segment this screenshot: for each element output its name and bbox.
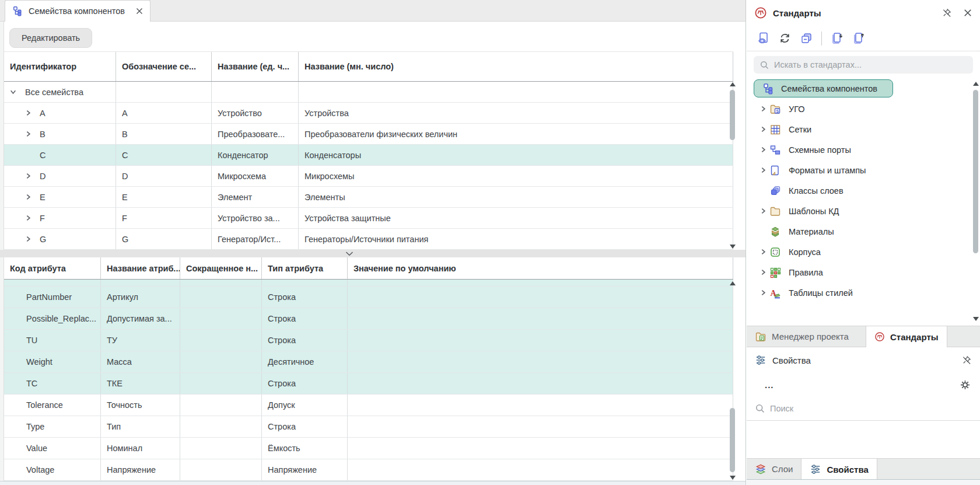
column-header[interactable]: Название атриб...: [101, 257, 180, 279]
tab-layers[interactable]: Слои: [747, 459, 802, 479]
chevron-right-icon[interactable]: [23, 131, 33, 137]
tree-item-packages[interactable]: Корпуса: [747, 242, 980, 262]
standards-search-input[interactable]: [774, 60, 967, 69]
family-id-cell: A: [4, 103, 116, 123]
tree-item-layer-classes[interactable]: Классы слоев: [747, 180, 980, 201]
column-header[interactable]: Сокращенное н...: [180, 257, 262, 279]
tree-scrollbar[interactable]: [972, 82, 979, 321]
scroll-down-arrow[interactable]: [730, 476, 736, 480]
properties-search-box[interactable]: [747, 396, 980, 421]
chevron-right-icon[interactable]: [23, 173, 33, 179]
tree-item-ugo[interactable]: S УГО: [747, 99, 980, 119]
standards-search-box[interactable]: [754, 56, 973, 74]
tree-item-kd-templates[interactable]: Шаблоны КД: [747, 201, 980, 221]
tables-splitter[interactable]: [0, 250, 746, 257]
breadcrumb[interactable]: ...: [765, 380, 954, 390]
families-scrollbar[interactable]: [729, 82, 736, 249]
attribute-row[interactable]: Value Номинал Ёмкость: [4, 438, 733, 459]
attribute-row[interactable]: TU ТУ Строка: [4, 330, 733, 351]
scrollbar-thumb[interactable]: [730, 408, 735, 472]
family-row[interactable]: A A Устройство Устройства: [4, 103, 733, 124]
close-icon[interactable]: [136, 8, 143, 15]
chevron-right-icon[interactable]: [23, 236, 33, 242]
attribute-row[interactable]: Type Тип Строка: [4, 416, 733, 438]
tree-item-formats-stamps[interactable]: Форматы и штампы: [747, 160, 980, 180]
family-name-plural: Микросхемы: [299, 166, 733, 186]
scroll-up-arrow[interactable]: [730, 82, 736, 86]
tree-item-rules[interactable]: Правила: [747, 262, 980, 282]
unpin-icon[interactable]: [942, 8, 952, 18]
tree-item-label: Схемные порты: [789, 145, 851, 155]
scroll-down-arrow[interactable]: [973, 317, 979, 321]
column-header[interactable]: Код атрибута: [4, 257, 101, 279]
standards-panel: Стандарты: [747, 0, 980, 485]
unpin-icon[interactable]: [961, 355, 972, 365]
tree-item-materials[interactable]: Материалы: [747, 221, 980, 242]
chevron-right-icon[interactable]: [758, 289, 768, 296]
family-row[interactable]: G G Генератор/Ист... Генераторы/Источник…: [4, 229, 733, 250]
tree-item-component-families[interactable]: Семейства компонентов: [754, 79, 893, 97]
family-row[interactable]: B B Преобразовате... Преобразователи физ…: [4, 124, 733, 145]
tab-standards[interactable]: Стандарты: [866, 326, 947, 347]
chevron-right-icon[interactable]: [23, 215, 33, 221]
attribute-row[interactable]: Weight Масса Десятичное: [4, 351, 733, 373]
scroll-up-arrow[interactable]: [973, 82, 979, 86]
family-id: F: [40, 214, 45, 223]
column-header[interactable]: Идентификатор: [4, 52, 116, 81]
column-header[interactable]: Тип атрибута: [262, 257, 348, 279]
attribute-default: [348, 351, 733, 372]
family-row-selected[interactable]: C C Конденсатор Конденсаторы: [4, 145, 733, 166]
tab-component-families[interactable]: Семейства компонентов: [5, 0, 150, 22]
chevron-right-icon[interactable]: [758, 126, 768, 132]
close-icon[interactable]: [964, 9, 972, 17]
scrollbar-thumb[interactable]: [973, 90, 978, 253]
family-row-root[interactable]: Все семейства: [4, 82, 733, 103]
family-id: A: [40, 109, 46, 118]
family-row[interactable]: D D Микросхема Микросхемы: [4, 166, 733, 187]
gear-icon[interactable]: [960, 379, 971, 390]
column-header[interactable]: Значение по умолчанию: [348, 257, 733, 279]
properties-search-input[interactable]: [770, 404, 971, 413]
attribute-row[interactable]: Possible_Replac... Допустимая за... Стро…: [4, 308, 733, 330]
chevron-right-icon[interactable]: [758, 249, 768, 255]
chevron-right-icon[interactable]: [758, 146, 768, 153]
attribute-code: Tolerance: [4, 395, 101, 416]
chevron-down-icon[interactable]: [8, 89, 18, 95]
edit-button[interactable]: Редактировать: [9, 28, 92, 48]
scrollbar-thumb[interactable]: [730, 90, 735, 140]
chevron-right-icon[interactable]: [758, 269, 768, 275]
tab-project-manager[interactable]: Менеджер проекта: [747, 326, 866, 347]
chevron-right-icon[interactable]: [758, 106, 768, 112]
family-row[interactable]: E E Элемент Элементы: [4, 187, 733, 208]
scroll-down-arrow[interactable]: [730, 245, 736, 249]
attribute-row[interactable]: Tolerance Точность Допуск: [4, 395, 733, 416]
scroll-up-arrow[interactable]: [730, 281, 736, 285]
tree-item-label: Материалы: [789, 227, 834, 236]
family-row[interactable]: F F Устройство за... Устройства защитные: [4, 208, 733, 229]
chevron-right-icon[interactable]: [758, 208, 768, 214]
column-header[interactable]: Название (мн. число): [299, 52, 733, 81]
attribute-row[interactable]: PartNumber Артикул Строка: [4, 287, 733, 308]
chevron-right-icon[interactable]: [23, 110, 33, 116]
export-document-icon[interactable]: [852, 32, 865, 45]
attribute-row-clipped[interactable]: [4, 280, 733, 287]
column-header[interactable]: Название (ед. ч...: [212, 52, 299, 81]
family-name-plural: Генераторы/Источники питания: [299, 229, 733, 249]
chevron-right-icon[interactable]: [758, 167, 768, 173]
attribute-name: Артикул: [101, 287, 180, 308]
attribute-row[interactable]: TC ТКЕ Строка: [4, 373, 733, 395]
column-header[interactable]: Обозначение се...: [116, 52, 212, 81]
tab-properties[interactable]: Свойства: [802, 459, 877, 480]
tree-item-style-tables[interactable]: A Таблицы стилей: [747, 282, 980, 303]
attributes-scrollbar[interactable]: [729, 281, 736, 480]
refresh-icon[interactable]: [778, 32, 792, 45]
symbols-folder-icon: S: [769, 103, 781, 115]
attribute-row[interactable]: Voltage Напряжение Напряжение: [4, 459, 733, 481]
chevron-right-icon[interactable]: [23, 194, 33, 200]
preview-document-icon[interactable]: [757, 32, 770, 45]
app-window: Семейства компонентов Редактировать Иден…: [0, 0, 980, 485]
collapse-copy-icon[interactable]: [800, 32, 813, 45]
import-document-icon[interactable]: [830, 32, 844, 45]
tree-item-grids[interactable]: Сетки: [747, 119, 980, 139]
tree-item-schematic-ports[interactable]: Схемные порты: [747, 139, 980, 160]
